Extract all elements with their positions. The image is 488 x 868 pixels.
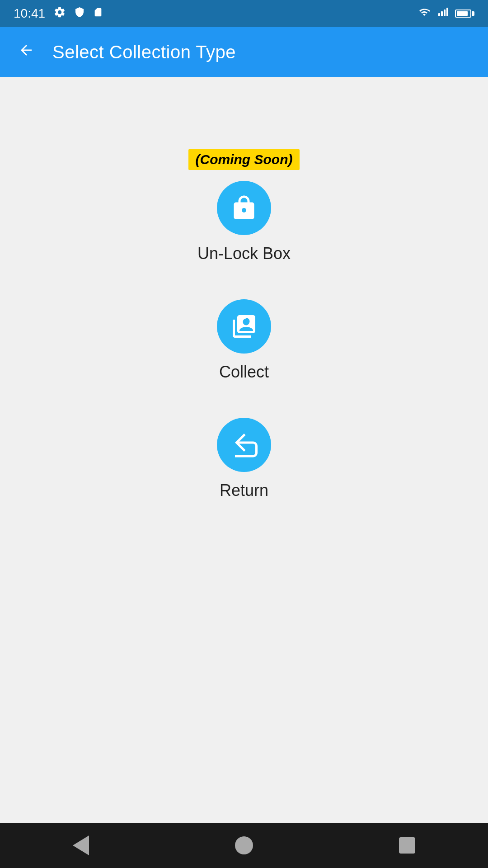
- nav-back-icon: [73, 835, 89, 855]
- app-bar-title: Select Collection Type: [52, 42, 236, 62]
- nav-recent-icon: [399, 837, 415, 854]
- status-bar: 10:41: [0, 0, 488, 27]
- nav-back-button[interactable]: [55, 831, 107, 860]
- wifi-icon: [417, 6, 432, 21]
- unlock-box-label: Un-Lock Box: [197, 244, 291, 263]
- shield-icon: [74, 6, 85, 22]
- unlock-box-option[interactable]: (Coming Soon) Un-Lock Box: [188, 149, 300, 263]
- status-time: 10:41: [14, 6, 45, 21]
- collect-button[interactable]: [217, 299, 271, 354]
- nav-recent-button[interactable]: [381, 833, 433, 858]
- back-button[interactable]: [14, 38, 39, 67]
- collect-option[interactable]: Collect: [217, 299, 271, 382]
- gear-icon: [53, 6, 66, 22]
- svg-rect-3: [446, 8, 448, 16]
- return-button[interactable]: [217, 418, 271, 472]
- sim-card-icon: [93, 6, 103, 22]
- svg-rect-1: [441, 11, 443, 16]
- main-content: (Coming Soon) Un-Lock Box Collect Return: [0, 77, 488, 823]
- status-bar-right: [417, 6, 474, 21]
- nav-home-icon: [235, 836, 253, 854]
- app-bar: Select Collection Type: [0, 27, 488, 77]
- svg-rect-2: [444, 9, 446, 16]
- svg-rect-0: [438, 13, 440, 16]
- nav-home-button[interactable]: [217, 832, 271, 859]
- unlock-box-button[interactable]: [217, 181, 271, 235]
- signal-icon: [438, 6, 449, 21]
- status-bar-left: 10:41: [14, 6, 103, 22]
- return-option[interactable]: Return: [217, 418, 271, 500]
- coming-soon-label: (Coming Soon): [188, 149, 300, 170]
- battery-icon: [455, 9, 474, 18]
- return-label: Return: [220, 481, 268, 500]
- collect-label: Collect: [219, 363, 269, 382]
- nav-bar: [0, 823, 488, 868]
